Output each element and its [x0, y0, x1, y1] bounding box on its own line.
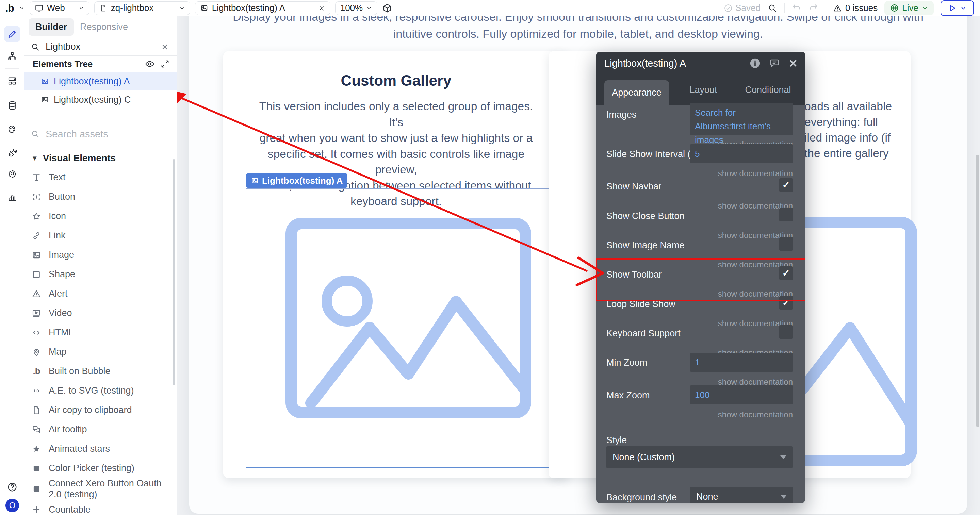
asset-search-placeholder: Search assets	[46, 129, 108, 140]
environment-selector[interactable]: Web	[30, 2, 89, 15]
asset-item[interactable]: Air copy to clipboard	[24, 401, 177, 420]
undo-icon[interactable]	[791, 3, 802, 13]
panel-scrollbar[interactable]	[172, 159, 175, 385]
avatar[interactable]: O	[5, 499, 19, 512]
element-search-input[interactable]: Lightbox	[24, 38, 177, 56]
open-element-tab[interactable]: Lightbox(testing) A	[195, 2, 331, 15]
asset-item[interactable]: Icon	[24, 207, 177, 226]
navbar-checkbox[interactable]	[779, 178, 793, 192]
logs-button[interactable]	[4, 189, 21, 205]
eye-icon[interactable]	[145, 59, 155, 69]
tab-appearance[interactable]: Appearance	[605, 80, 669, 105]
asset-item[interactable]: Connect Xero Button Oauth 2.0 (testing)	[24, 478, 177, 500]
search-value: Lightbox	[46, 41, 155, 52]
window-scrollbar[interactable]	[976, 155, 979, 427]
info-icon[interactable]	[749, 57, 761, 69]
selected-element-badge[interactable]: Lightbox(testing) A	[246, 173, 347, 188]
lightbox-element[interactable]	[246, 188, 568, 468]
help-button[interactable]	[4, 480, 21, 494]
clear-search-icon[interactable]	[160, 43, 169, 51]
asset-item[interactable]: Link	[24, 226, 177, 245]
environment-label: Web	[47, 3, 75, 13]
visual-elements-section[interactable]: ▼ Visual Elements	[24, 144, 177, 168]
redo-icon[interactable]	[808, 3, 819, 13]
image-name-checkbox[interactable]	[779, 237, 793, 251]
asset-item[interactable]: Air tooltip	[24, 420, 177, 439]
chevron-down-icon[interactable]	[19, 5, 25, 11]
issues-indicator[interactable]: 0 issues	[833, 3, 878, 13]
show-toolbar-checkbox[interactable]	[779, 266, 793, 280]
asset-item[interactable]: Alert	[24, 284, 177, 304]
visual-elements-label: Visual Elements	[43, 153, 116, 164]
bar-chart-icon	[7, 192, 18, 202]
styles-button[interactable]	[4, 121, 21, 137]
asset-item[interactable]: A.E. to SVG (testing)	[24, 381, 177, 401]
live-version-selector[interactable]: Live	[885, 1, 934, 15]
caret-down-icon	[781, 495, 787, 499]
min-zoom-input[interactable]: 1	[690, 353, 793, 372]
asset-item[interactable]: HTML	[24, 323, 177, 342]
doc-link[interactable]: show documentation	[718, 169, 793, 178]
style-dropdown[interactable]: None (Custom)	[606, 446, 792, 468]
elements-tree-button[interactable]	[4, 48, 21, 65]
background-style-dropdown[interactable]: None	[690, 487, 793, 504]
bubble-logo[interactable]: .b	[5, 2, 14, 14]
settings-button[interactable]	[4, 165, 21, 182]
asset-item[interactable]: Video	[24, 304, 177, 323]
app-name: zq-lightbox	[111, 3, 176, 13]
clipped-description-text: oads all available everything: full iled…	[804, 99, 892, 161]
play-icon	[948, 4, 956, 13]
asset-item[interactable]: Button	[24, 187, 177, 207]
plugins-button[interactable]	[4, 145, 21, 161]
max-zoom-input[interactable]: 100	[690, 385, 793, 404]
loop-checkbox[interactable]	[779, 296, 793, 310]
asset-item[interactable]: Text	[24, 168, 177, 187]
comment-icon[interactable]	[769, 58, 780, 69]
data-button[interactable]	[4, 97, 21, 114]
images-value-input[interactable]: Search for Albumss:first item's images	[690, 103, 793, 135]
tab-responsive[interactable]: Responsive	[80, 22, 128, 32]
asset-item[interactable]: Color Picker (testing)	[24, 459, 177, 478]
component-cube-icon[interactable]	[382, 3, 392, 13]
asset-search-input[interactable]: Search assets	[24, 124, 177, 144]
close-icon[interactable]	[788, 58, 798, 68]
tree-item-lightbox-a[interactable]: Lightbox(testing) A	[24, 72, 177, 91]
close-button-checkbox[interactable]	[779, 208, 793, 221]
asset-item[interactable]: Shape	[24, 265, 177, 284]
saved-status: Saved	[724, 3, 760, 13]
app-selector[interactable]: zq-lightbox	[94, 2, 190, 15]
asset-item[interactable]: Map	[24, 342, 177, 362]
zoom-selector[interactable]: 100%	[335, 2, 377, 15]
close-icon[interactable]	[318, 5, 325, 12]
tab-layout[interactable]: Layout	[678, 75, 729, 105]
search-icon[interactable]	[767, 3, 778, 13]
keyboard-label: Keyboard Support	[606, 328, 681, 339]
asset-item[interactable]: Animated stars	[24, 439, 177, 459]
map-pin-icon	[30, 346, 42, 358]
editor-canvas[interactable]: Display your images in a sleek, responsi…	[177, 16, 980, 515]
asset-item[interactable]: Countable	[24, 500, 177, 515]
caret-down-icon: ▼	[31, 154, 38, 162]
tab-conditional[interactable]: Conditional	[736, 75, 800, 105]
asset-item[interactable]: Image	[24, 245, 177, 265]
interval-input[interactable]: 5	[690, 144, 793, 163]
keyboard-checkbox[interactable]	[779, 325, 793, 339]
custom-gallery-card[interactable]: Custom Gallery This version includes onl…	[223, 51, 569, 478]
monitor-icon	[35, 4, 43, 13]
database-icon	[7, 100, 18, 111]
style-label: Style	[606, 435, 627, 446]
asset-item[interactable]: .b Built on Bubble	[24, 362, 177, 381]
doc-link[interactable]: show documentation	[718, 410, 793, 420]
page-background[interactable]: Display your images in a sleek, responsi…	[189, 16, 967, 513]
design-mode-button[interactable]	[4, 26, 21, 42]
tree-item-lightbox-c[interactable]: Lightbox(testing) C	[24, 91, 177, 109]
property-editor-titlebar[interactable]: Lightbox(testing) A	[596, 52, 805, 75]
property-editor[interactable]: Lightbox(testing) A Appearance Layout Co…	[596, 52, 805, 504]
preview-run-button[interactable]	[940, 0, 974, 16]
plus-icon	[30, 504, 42, 515]
text-icon	[30, 172, 42, 183]
tab-builder[interactable]: Builder	[29, 18, 74, 36]
workflow-button[interactable]	[4, 73, 21, 89]
chevron-down-icon	[366, 5, 372, 11]
expand-icon[interactable]	[160, 59, 170, 69]
